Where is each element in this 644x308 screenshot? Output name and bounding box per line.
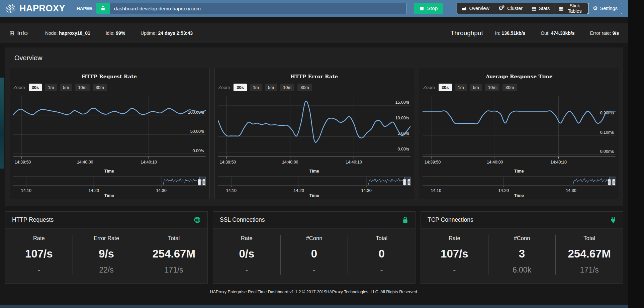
zoom-30m-button[interactable]: 30m	[93, 84, 107, 91]
svg-text:14:10: 14:10	[21, 188, 31, 193]
conn-column: #Conn 3 6.00k	[488, 235, 556, 275]
dashboard-page: HAPROXY HAPEE: Stop Overview	[0, 0, 628, 308]
zoom-30m-button[interactable]: 30m	[502, 84, 517, 91]
throughput-out-field: Out:474.33kb/s	[541, 30, 574, 36]
column-value: 254.67M	[143, 247, 205, 260]
column-header: Rate	[8, 235, 70, 241]
svg-text:50.00/s: 50.00/s	[190, 129, 204, 134]
zoom-30s-button[interactable]: 30s	[29, 84, 42, 91]
svg-text:14:39:50: 14:39:50	[219, 160, 236, 165]
column-value: 254.67M	[558, 247, 620, 260]
card-title: TCP Connections	[428, 216, 473, 223]
card-body: Rate 107/s - #Conn 3 6.00k Total 254.67M…	[421, 228, 623, 283]
zoom-30s-button[interactable]: 30s	[439, 84, 452, 91]
column-subvalue: -	[8, 266, 70, 275]
column-subvalue: -	[283, 266, 345, 275]
stick-tables-nav-label: Stick Tables	[566, 3, 584, 14]
overview-nav-button[interactable]: Overview	[457, 3, 494, 14]
rate-column: Rate 107/s -	[5, 235, 73, 275]
svg-text:0.10ms: 0.10ms	[600, 130, 614, 135]
column-value: 0	[351, 247, 412, 260]
stick-tables-nav-button[interactable]: ▦ Stick Tables	[554, 3, 588, 14]
conn-column: #Conn 0 -	[280, 235, 348, 275]
card-header: HTTP Requests	[5, 212, 207, 228]
column-subvalue: 171/s	[558, 266, 620, 275]
column-header: Error Rate	[76, 235, 137, 241]
svg-text:14:40:00: 14:40:00	[282, 160, 298, 165]
bottom-edge-strip	[0, 305, 628, 308]
zoom-10m-button[interactable]: 10m	[485, 84, 499, 91]
chart-navigator[interactable]: 14:1014:2014:30Time	[218, 176, 411, 198]
gears-icon: ⚙⚙	[498, 6, 505, 11]
svg-text:14:30: 14:30	[361, 188, 371, 193]
svg-text:14:10: 14:10	[431, 188, 441, 193]
chart-panel-http-error-rate: HTTP Error Rate Zoom 30s 1m 5m 10m 30m 1…	[214, 68, 415, 199]
ssl-connections-card: SSL Connections Rate 0/s - #Conn 0	[213, 211, 416, 284]
chart-title: Average Response Time	[423, 74, 616, 80]
card-header: TCP Connections	[421, 212, 623, 228]
grid-icon: ▦	[559, 6, 563, 11]
rate-column: Rate 0/s -	[213, 235, 280, 275]
zoom-30m-button[interactable]: 30m	[297, 84, 312, 91]
area-chart-icon	[461, 6, 467, 11]
svg-text:14:40:00: 14:40:00	[77, 160, 93, 165]
stats-nav-button[interactable]: ▤ Stats	[527, 3, 554, 14]
svg-text:15.00/s: 15.00/s	[395, 100, 409, 105]
total-column: Total 254.67M 171/s	[555, 235, 623, 275]
chart-title: HTTP Request Rate	[13, 74, 206, 80]
svg-text:14:30: 14:30	[566, 188, 576, 193]
info-toggle[interactable]: ⊞ Info	[9, 29, 28, 37]
haproxy-logo: HAPROXY	[5, 2, 65, 14]
zoom-10m-button[interactable]: 10m	[75, 84, 89, 91]
charts-row: HTTP Request Rate Zoom 30s 1m 5m 10m 30m…	[9, 68, 619, 199]
column-value: 107/s	[424, 247, 485, 260]
line-chart[interactable]: 0.20ms0.10ms0.00ms14:39:5014:40:0014:40:…	[423, 95, 616, 174]
zoom-1m-button[interactable]: 1m	[45, 84, 57, 91]
chart-navigator[interactable]: 14:1014:2014:30Time	[13, 176, 206, 198]
url-input-group	[96, 3, 406, 14]
column-value: 3	[491, 247, 553, 260]
svg-text:Time: Time	[309, 169, 319, 174]
stop-button-label: Stop	[427, 5, 438, 11]
svg-text:Time: Time	[309, 193, 319, 198]
zoom-1m-button[interactable]: 1m	[250, 84, 262, 91]
gear-icon: ⚙	[593, 6, 597, 11]
zoom-10m-button[interactable]: 10m	[280, 84, 294, 91]
chart-navigator[interactable]: 14:1014:2014:30Time	[423, 176, 616, 198]
throughput-fields: In:136.51kb/s Out:474.33kb/s Error rate:…	[495, 30, 619, 36]
svg-text:0.00/s: 0.00/s	[397, 147, 409, 151]
column-header: Total	[558, 235, 620, 241]
zoom-5m-button[interactable]: 5m	[470, 84, 482, 91]
zoom-30s-button[interactable]: 30s	[234, 84, 247, 91]
svg-text:14:20: 14:20	[498, 188, 509, 193]
svg-text:14:20: 14:20	[89, 188, 99, 193]
stop-button[interactable]: Stop	[414, 3, 444, 14]
line-chart[interactable]: 100.00/s50.00/s0.00/s14:39:5014:40:0014:…	[13, 95, 206, 174]
card-header: SSL Connections	[213, 212, 415, 228]
column-value: 0	[283, 247, 345, 260]
error-rate-column: Error Rate 9/s 22/s	[73, 235, 140, 275]
throughput-group: Throughput In:136.51kb/s Out:474.33kb/s …	[451, 29, 619, 37]
svg-text:Time: Time	[514, 169, 524, 174]
settings-button-label: Settings	[600, 6, 618, 11]
list-icon: ▤	[532, 6, 536, 11]
stats-nav-label: Stats	[539, 6, 550, 11]
zoom-label: Zoom	[423, 85, 435, 90]
zoom-label: Zoom	[13, 85, 25, 90]
line-chart[interactable]: 15.00/s10.00/s5.00/s0.00/s14:39:5014:40:…	[218, 95, 411, 174]
card-title: HTTP Requests	[12, 216, 54, 223]
zoom-5m-button[interactable]: 5m	[265, 84, 277, 91]
cluster-nav-button[interactable]: ⚙⚙ Cluster	[494, 3, 527, 14]
svg-text:0.00/s: 0.00/s	[193, 148, 204, 153]
lock-button[interactable]	[96, 3, 110, 14]
svg-text:14:10: 14:10	[226, 188, 236, 193]
node-info-fields: Node:haproxy18_01 Idle:99% Uptime:24 day…	[45, 30, 193, 36]
dashboard-url-input[interactable]	[110, 3, 406, 14]
svg-text:0.00ms: 0.00ms	[600, 149, 614, 154]
throughput-in-field: In:136.51kb/s	[495, 30, 525, 36]
zoom-1m-button[interactable]: 1m	[455, 84, 467, 91]
zoom-5m-button[interactable]: 5m	[60, 84, 72, 91]
card-body: Rate 107/s - Error Rate 9/s 22/s Total 2…	[5, 228, 207, 283]
settings-button[interactable]: ⚙ Settings	[588, 3, 622, 14]
zoom-label: Zoom	[218, 85, 230, 90]
